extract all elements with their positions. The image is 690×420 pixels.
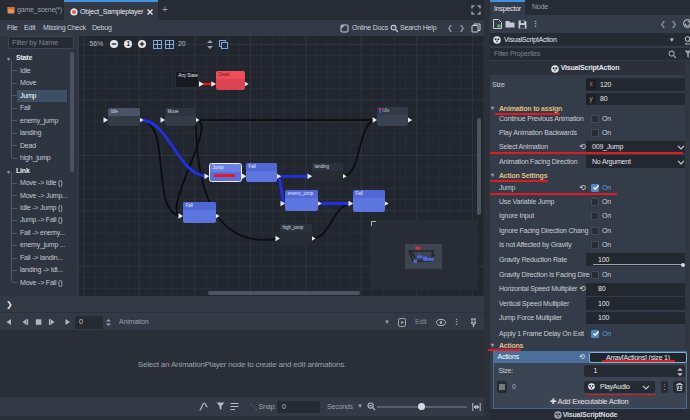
svg-text:1: 1 — [127, 40, 131, 47]
svg-text:doc: doc — [685, 42, 690, 45]
